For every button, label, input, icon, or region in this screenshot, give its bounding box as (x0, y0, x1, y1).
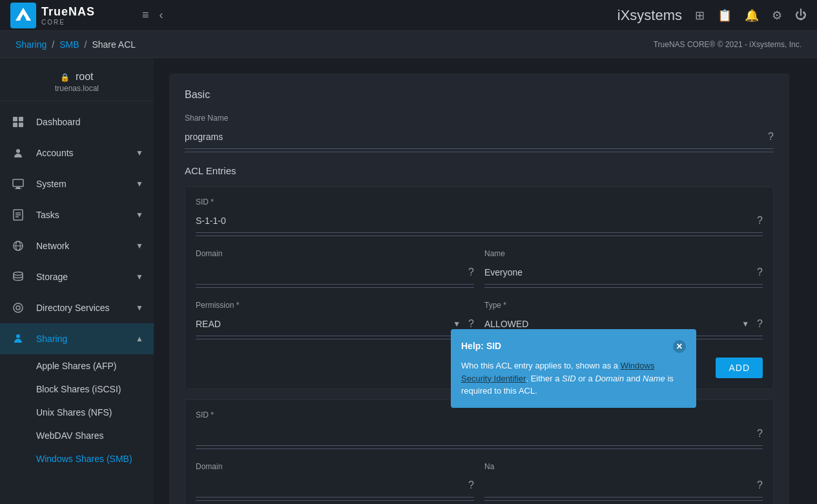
sidebar-item-tasks[interactable]: Tasks ▼ (0, 199, 154, 230)
svg-rect-7 (19, 123, 23, 127)
entry1-permission-select[interactable]: READ CHANGE FULL (196, 315, 453, 333)
form-card: Basic Share Name ? ACL Entries (169, 74, 789, 504)
share-name-input-wrapper: ? (185, 128, 774, 149)
svg-rect-3 (26, 17, 28, 21)
logo-title: TrueNAS (41, 5, 95, 19)
accounts-icon (10, 145, 26, 161)
share-name-help-icon[interactable]: ? (768, 131, 774, 143)
entry1-domain-group: Domain ? (196, 249, 474, 288)
tooltip-italic-name: Name (643, 374, 665, 383)
sidebar-item-directory-services[interactable]: Directory Services ▼ (0, 292, 154, 323)
sidebar-item-network[interactable]: Network ▼ (0, 230, 154, 261)
entry2-name-input-wrapper: ? (484, 476, 763, 498)
svg-rect-0 (10, 3, 36, 28)
entry1-permission-select-wrapper: READ CHANGE FULL ▼ ? (196, 315, 474, 336)
entry2-sid-input[interactable] (196, 425, 752, 443)
entry1-permission-chevron: ▼ (453, 319, 460, 328)
entry2-name-input[interactable] (484, 476, 752, 494)
topbar: TrueNAS CORE ≡ ‹ iXsystems ⊞ 📋 🔔 ⚙ ⏻ (0, 0, 817, 31)
breadcrumb-sep2: / (85, 39, 87, 50)
tooltip-italic-domain: Domain (595, 374, 624, 383)
tooltip-text-before: Who this ACL entry applies to, shown as … (461, 361, 621, 370)
entry2-domain-name-row: Domain ? Na ? (196, 462, 763, 501)
storage-icon (10, 269, 26, 285)
acl-entry-2: SID * ? Domain (185, 399, 774, 504)
sidebar-item-system-label: System (36, 179, 67, 189)
logo: TrueNAS CORE (10, 3, 127, 28)
svg-point-21 (16, 306, 20, 310)
sidebar-item-network-label: Network (36, 241, 69, 251)
share-name-input[interactable] (185, 128, 763, 146)
logo-text: TrueNAS CORE (41, 5, 95, 26)
entry1-sid-help-icon[interactable]: ? (757, 215, 763, 227)
entry2-domain-help-icon[interactable]: ? (468, 479, 474, 491)
svg-rect-5 (19, 117, 23, 121)
entry2-sid-input-wrapper: ? (196, 425, 763, 446)
tooltip-text-and: and (624, 374, 643, 383)
entry1-sid-input-wrapper: ? (196, 212, 763, 233)
settings-icon[interactable]: ⚙ (772, 8, 782, 23)
entry1-permission-group: Permission * READ CHANGE FULL ▼ ? (196, 301, 474, 339)
network-chevron: ▼ (136, 241, 143, 250)
sidebar-item-windows-shares[interactable]: Windows Shares (SMB) (0, 447, 154, 470)
webdav-shares-label: WebDAV Shares (36, 430, 104, 441)
entry1-sid-input[interactable] (196, 212, 752, 230)
svg-point-19 (14, 272, 23, 276)
entry2-name-label: Na (484, 462, 763, 471)
tooltip-header: Help: SID × (461, 339, 686, 353)
user-info: 🔒 root truenas.local (0, 63, 154, 101)
sidebar-item-block-shares[interactable]: Block Shares (iSCSI) (0, 378, 154, 401)
entry1-type-label: Type * (484, 301, 763, 310)
sidebar-item-accounts[interactable]: Accounts ▼ (0, 137, 154, 168)
hamburger-icon[interactable]: ≡ (142, 8, 149, 22)
content-area: Basic Share Name ? ACL Entries (154, 58, 817, 504)
entry2-sid-label: SID * (196, 410, 763, 419)
entry2-domain-input[interactable] (196, 476, 463, 494)
sidebar-item-system[interactable]: System ▼ (0, 168, 154, 199)
entry1-domain-input[interactable] (196, 263, 463, 281)
tasks-icon (10, 207, 26, 223)
block-shares-label: Block Shares (iSCSI) (36, 384, 121, 394)
tooltip-close-button[interactable]: × (673, 340, 686, 353)
sidebar-item-unix-shares[interactable]: Unix Shares (NFS) (0, 401, 154, 424)
entry2-name-help-icon[interactable]: ? (757, 479, 763, 491)
breadcrumb-smb[interactable]: SMB (59, 39, 79, 50)
entry1-name-help-icon[interactable]: ? (757, 267, 763, 278)
breadcrumb-sharing[interactable]: Sharing (16, 39, 47, 50)
entry1-type-help-icon[interactable]: ? (757, 318, 763, 330)
entry2-name-group: Na ? (484, 462, 763, 501)
sidebar-item-dashboard[interactable]: Dashboard (0, 106, 154, 137)
svg-point-22 (16, 334, 20, 338)
tasks-chevron: ▼ (136, 210, 143, 219)
entry1-name-input-wrapper: ? (484, 263, 763, 285)
clipboard-icon[interactable]: 📋 (718, 8, 732, 23)
sidebar-item-storage[interactable]: Storage ▼ (0, 261, 154, 292)
add-button[interactable]: ADD (716, 358, 763, 378)
entry1-name-label: Name (484, 249, 763, 258)
power-icon[interactable]: ⏻ (795, 8, 807, 22)
entry1-domain-help-icon[interactable]: ? (468, 267, 474, 278)
entry2-domain-group: Domain ? (196, 462, 474, 501)
entry1-permission-help-icon[interactable]: ? (468, 318, 474, 330)
entry1-name-group: Name ? (484, 249, 763, 288)
entry2-sid-row: SID * ? (196, 410, 763, 449)
back-icon[interactable]: ‹ (160, 8, 163, 22)
svg-rect-11 (15, 188, 21, 189)
entry1-name-input[interactable] (484, 263, 752, 281)
sidebar-item-sharing[interactable]: Sharing ▲ (0, 323, 154, 354)
user-host: truenas.local (55, 84, 99, 93)
apple-shares-label: Apple Shares (AFP) (36, 361, 117, 371)
accounts-chevron: ▼ (136, 148, 143, 157)
share-name-row: Share Name ? (185, 114, 774, 152)
entry2-sid-help-icon[interactable]: ? (757, 428, 763, 439)
sidebar-item-directory-services-label: Directory Services (36, 303, 110, 313)
user-name-row: 🔒 root (60, 71, 93, 83)
apps-icon[interactable]: ⊞ (695, 8, 705, 23)
breadcrumb-current: Share ACL (92, 39, 136, 50)
entry1-type-chevron: ▼ (741, 319, 749, 328)
entry2-domain-label: Domain (196, 462, 474, 471)
sidebar-item-apple-shares[interactable]: Apple Shares (AFP) (0, 354, 154, 378)
bell-icon[interactable]: 🔔 (745, 8, 759, 23)
sidebar-item-webdav-shares[interactable]: WebDAV Shares (0, 424, 154, 447)
svg-rect-10 (16, 187, 20, 188)
